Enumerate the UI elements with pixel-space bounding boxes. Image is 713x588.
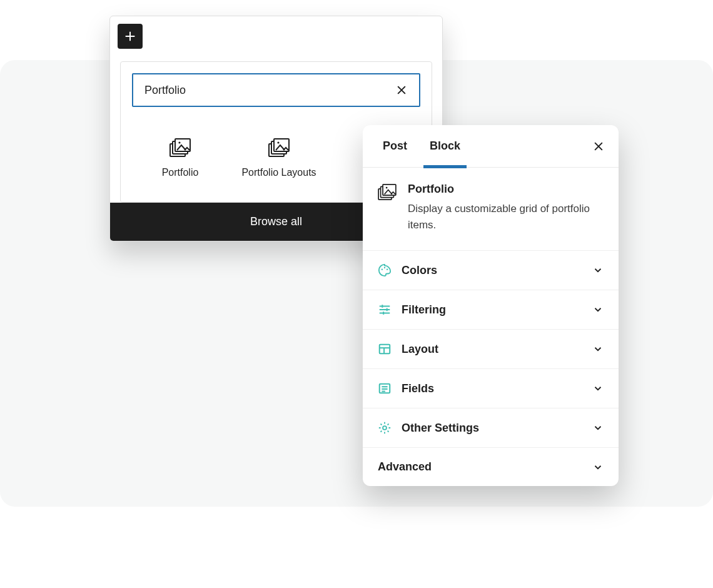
tab-block[interactable]: Block [418,125,472,168]
block-info-title: Portfolio [408,183,604,196]
search-wrap [121,62,432,118]
block-result-label: Portfolio Layouts [232,166,326,180]
section-label: Filtering [402,303,582,317]
block-result-portfolio-layouts[interactable]: Portfolio Layouts [230,133,328,185]
svg-point-20 [387,268,388,270]
search-input[interactable] [144,84,395,97]
section-label: Advanced [378,460,582,474]
chevron-down-icon [592,304,604,315]
chevron-down-icon [592,343,604,355]
close-icon [592,140,605,153]
block-info-text: Portfolio Display a customizable grid of… [408,183,604,233]
chevron-down-icon [592,265,604,276]
block-info: Portfolio Display a customizable grid of… [363,168,619,251]
chevron-down-icon [592,422,604,433]
chevron-down-icon [592,383,604,394]
section-label: Layout [402,343,582,356]
svg-point-7 [178,141,180,143]
sliders-icon [378,303,392,317]
close-settings-button[interactable] [587,135,610,158]
section-colors[interactable]: Colors [363,251,619,290]
svg-point-18 [382,268,383,270]
portfolio-layouts-block-icon [232,138,326,157]
settings-panel: Post Block Portfolio [363,125,619,486]
inserter-toolbar [110,16,442,56]
search-box[interactable] [132,73,420,107]
palette-icon [378,263,392,277]
block-result-label: Portfolio [133,166,227,180]
block-result-portfolio[interactable]: Portfolio [131,133,230,185]
block-info-description: Display a customizable grid of portfolio… [408,201,604,233]
fields-icon [378,382,392,395]
layout-icon [378,342,392,356]
portfolio-block-icon [133,138,227,157]
settings-tabs: Post Block [363,125,619,168]
svg-point-11 [277,141,279,143]
section-advanced[interactable]: Advanced [363,448,619,486]
section-layout[interactable]: Layout [363,330,619,369]
section-filtering[interactable]: Filtering [363,290,619,330]
clear-search-button[interactable] [395,84,408,96]
portfolio-block-icon [378,183,397,233]
svg-point-19 [384,267,385,268]
tab-post[interactable]: Post [372,125,418,168]
section-label: Colors [402,264,582,277]
plus-icon [123,29,137,43]
close-icon [395,84,408,96]
chevron-down-icon [592,462,604,473]
section-other-settings[interactable]: Other Settings [363,408,619,448]
section-label: Other Settings [402,422,582,435]
add-block-button[interactable] [118,24,143,49]
svg-point-34 [383,426,387,430]
section-fields[interactable]: Fields [363,369,619,408]
gear-icon [378,421,392,435]
svg-point-17 [386,187,388,189]
section-label: Fields [402,382,582,395]
